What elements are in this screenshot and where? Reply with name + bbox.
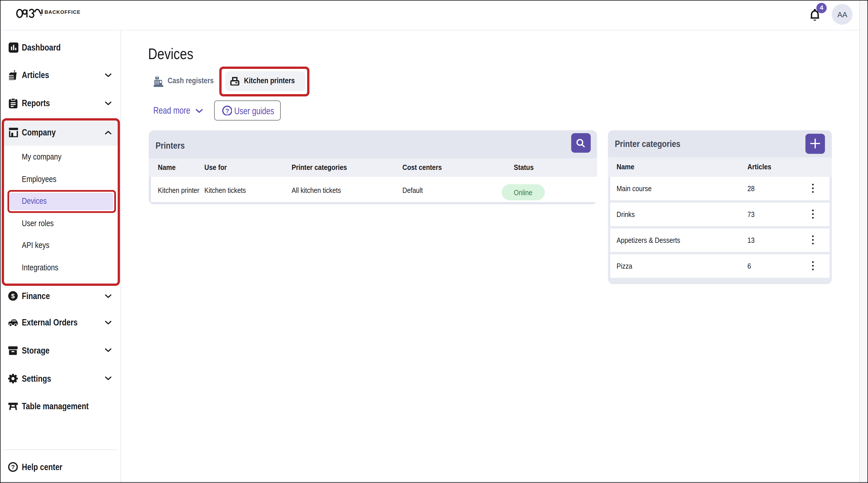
svg-text:?: ? [225,107,229,114]
svg-text:$: $ [11,292,14,300]
svg-text:?: ? [11,464,14,471]
